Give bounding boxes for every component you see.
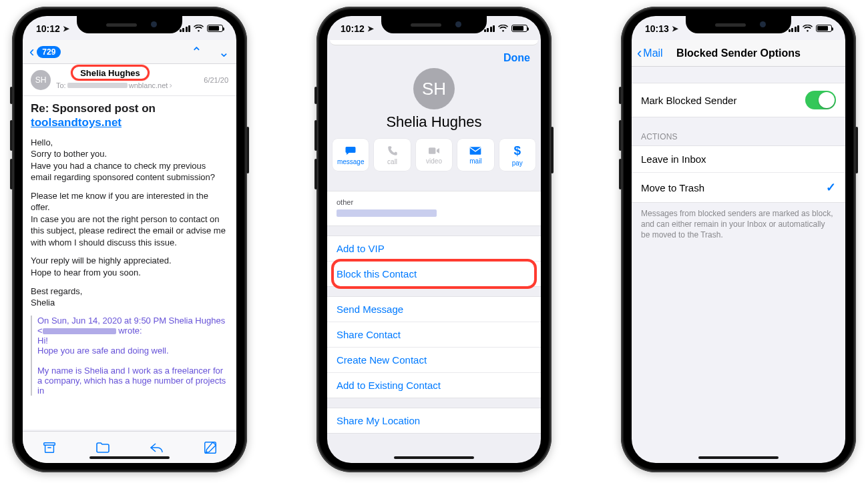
phone-contact-card: 10:12➤ Done SH Shelia Hughes message — [316, 7, 552, 472]
mark-blocked-sender-row[interactable]: Mark Blocked Sender — [632, 83, 845, 117]
dollar-icon: $ — [514, 143, 521, 158]
contact-name: Shelia Hughes — [327, 113, 541, 131]
reply-button[interactable] — [149, 440, 165, 455]
status-time: 10:13 — [645, 23, 669, 34]
battery-icon — [207, 25, 223, 32]
back-button[interactable]: ‹ Mail — [637, 45, 663, 62]
share-my-location-button[interactable]: Share My Location — [327, 408, 541, 433]
svg-rect-0 — [43, 442, 55, 445]
message-header[interactable]: SH To: wnblanc.net › 6/21/20 Shelia Hugh… — [23, 64, 236, 96]
chevron-left-icon: ‹ — [637, 45, 642, 62]
location-icon: ➤ — [672, 24, 678, 33]
mail-action-button[interactable]: mail — [457, 139, 493, 171]
actions-section-header: ACTIONS — [632, 117, 845, 145]
next-message-button[interactable]: ⌄ — [218, 44, 230, 60]
send-message-button[interactable]: Send Message — [327, 297, 541, 322]
prev-message-button[interactable]: ⌃ — [191, 44, 202, 60]
call-action-button: call — [374, 139, 410, 171]
done-button[interactable]: Done — [503, 52, 530, 64]
quoted-message: On Sun, Jun 14, 2020 at 9:50 PM Shelia H… — [31, 316, 228, 396]
archive-button[interactable] — [42, 440, 57, 455]
sender-highlight-annotation: Shelia Hughes — [71, 65, 150, 81]
svg-rect-2 — [429, 147, 435, 154]
inbox-count-badge[interactable]: 729 — [37, 46, 61, 58]
subject-link[interactable]: toolsandtoys.net — [31, 116, 122, 129]
home-indicator[interactable] — [89, 456, 170, 459]
add-to-vip-button[interactable]: Add to VIP — [327, 236, 541, 261]
add-to-existing-contact-button[interactable]: Add to Existing Contact — [327, 372, 541, 398]
chevron-right-icon: › — [169, 80, 172, 90]
status-time: 10:12 — [341, 23, 365, 34]
to-redacted — [67, 83, 128, 88]
video-action-button: video — [416, 139, 452, 171]
move-to-trash-row[interactable]: Move to Trash ✓ — [632, 172, 845, 202]
svg-rect-3 — [470, 147, 481, 155]
contact-email-field[interactable]: other — [327, 191, 541, 225]
share-contact-button[interactable]: Share Contact — [327, 322, 541, 347]
mail-nav-bar: ‹ 729 ⌃ ⌄ — [23, 40, 236, 64]
wifi-icon — [194, 25, 204, 32]
pay-action-button[interactable]: $ pay — [499, 139, 535, 171]
page-title: Blocked Sender Options — [632, 47, 845, 59]
contact-avatar: SH — [413, 68, 455, 109]
settings-footer-note: Messages from blocked senders are marked… — [632, 203, 845, 246]
phone-blocked-settings: 10:13➤ ‹ Mail Blocked Sender Options Mar… — [621, 7, 856, 472]
check-icon: ✓ — [826, 180, 836, 195]
message-date: 6/21/20 — [204, 76, 228, 84]
home-indicator[interactable] — [698, 456, 779, 459]
message-action-button[interactable]: message — [333, 139, 369, 171]
wifi-icon — [803, 25, 813, 32]
status-time: 10:12 — [36, 23, 60, 34]
message-body[interactable]: Re: Sponsored post on toolsandtoys.net H… — [23, 96, 236, 430]
to-label: To: — [56, 81, 66, 89]
battery-icon — [816, 25, 832, 32]
location-icon: ➤ — [63, 24, 69, 33]
back-chevron-icon[interactable]: ‹ — [29, 43, 34, 61]
sender-avatar: SH — [31, 70, 51, 90]
redacted-email — [337, 209, 437, 217]
move-button[interactable] — [95, 440, 111, 455]
mark-blocked-sender-toggle[interactable] — [805, 91, 836, 109]
phone-mail-message: 10:12➤ ‹ 729 ⌃ ⌄ SH — [12, 7, 247, 472]
location-icon: ➤ — [367, 24, 374, 33]
create-new-contact-button[interactable]: Create New Contact — [327, 347, 541, 372]
leave-in-inbox-row[interactable]: Leave in Inbox — [632, 146, 845, 172]
block-contact-button[interactable]: Block this Contact — [327, 261, 541, 286]
battery-icon — [511, 25, 527, 32]
home-indicator[interactable] — [394, 456, 474, 459]
compose-button[interactable] — [203, 440, 218, 455]
settings-nav-bar: ‹ Mail Blocked Sender Options — [632, 40, 845, 67]
message-subject: Re: Sponsored post on toolsandtoys.net — [31, 101, 228, 130]
wifi-icon — [498, 25, 508, 32]
